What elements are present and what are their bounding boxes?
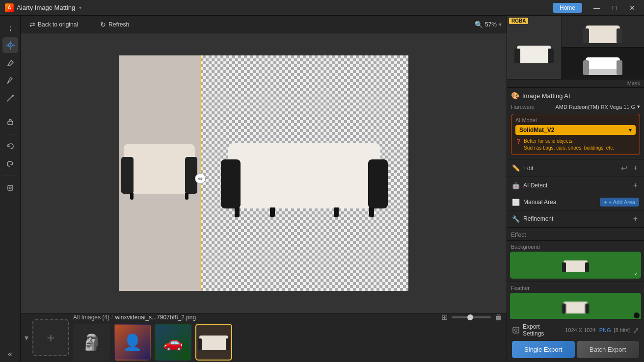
- ai-model-label: AI Model: [515, 117, 636, 123]
- ai-section-title-row: 🎨 Image Matting AI: [511, 92, 640, 100]
- divider-arrows-icon: ⇔: [198, 175, 203, 182]
- ai-detect-add-button[interactable]: +: [632, 181, 639, 190]
- add-image-button[interactable]: +: [32, 319, 69, 356]
- ai-section-icon: 🎨: [511, 92, 519, 100]
- tool-pen[interactable]: [2, 73, 18, 88]
- canvas-divider[interactable]: ⇔: [200, 55, 201, 291]
- thumb-3-icon: 🚗: [163, 333, 183, 352]
- app-menu-chevron[interactable]: ▾: [79, 5, 81, 10]
- export-settings-info: 1024 X 1024 PNG [8 bits]: [565, 327, 630, 333]
- tool-eraser[interactable]: [2, 55, 18, 71]
- preview-right-column: [562, 16, 644, 79]
- tool-move[interactable]: ⁏: [2, 20, 18, 35]
- main-layout: ⁏: [0, 16, 644, 362]
- thumbnail-item-4[interactable]: [195, 324, 232, 361]
- zoom-slider[interactable]: [452, 316, 491, 318]
- canvas-inner: ⇔: [119, 55, 408, 291]
- preview-mask-thumb: [562, 48, 644, 79]
- svg-rect-8: [8, 185, 13, 190]
- thumbnail-item-1[interactable]: 🗿: [73, 324, 110, 361]
- refinement-actions: +: [632, 214, 639, 224]
- background-effect-panel: Background ✓: [507, 241, 644, 282]
- manual-area-label: Manual Area: [523, 199, 600, 206]
- filmstrip-view-button[interactable]: ⊞: [441, 312, 448, 322]
- maximize-button[interactable]: □: [608, 1, 621, 15]
- export-settings-label: Export Settings: [523, 323, 562, 337]
- tool-bucket[interactable]: [2, 114, 18, 130]
- back-icon: ⇄: [29, 21, 35, 28]
- thumbnail-item-2[interactable]: 👤: [114, 324, 151, 361]
- filmstrip-filename: winxvideoai_s...7907bf8_2.png: [115, 314, 196, 321]
- zoom-chevron-icon[interactable]: ▾: [499, 21, 502, 28]
- ai-detect-label: AI Detect: [523, 182, 632, 189]
- tool-brush[interactable]: [2, 90, 18, 106]
- tool-select[interactable]: [2, 37, 18, 53]
- effects-panel: 🎨 Image Matting AI Hardware AMD Radeon(T…: [507, 88, 644, 319]
- ai-detect-section-row[interactable]: 🤖 AI Detect +: [507, 177, 644, 194]
- edit-add-button[interactable]: +: [632, 163, 639, 173]
- feather-thumb[interactable]: [510, 293, 641, 319]
- tool-divider-1: [3, 110, 17, 110]
- tool-collapse[interactable]: «: [2, 346, 18, 362]
- ai-model-dropdown[interactable]: SolidMat_V2 ▾: [515, 125, 636, 135]
- edit-section-row[interactable]: ✏️ Edit ↩ +: [507, 159, 644, 177]
- divider-handle[interactable]: ⇔: [195, 173, 206, 184]
- ai-hint-text: Better for solid objects. Such as bags, …: [524, 138, 614, 152]
- export-buttons: Single Export Batch Export: [512, 341, 639, 358]
- export-collapse-icon[interactable]: ⤢: [633, 326, 639, 335]
- edit-undo-button[interactable]: ↩: [619, 163, 629, 173]
- ai-section: 🎨 Image Matting AI Hardware AMD Radeon(T…: [507, 88, 644, 159]
- refresh-button[interactable]: ↻ Refresh: [96, 19, 133, 30]
- rgba-badge: RGBA: [509, 18, 528, 24]
- canvas-container: ⇔: [21, 33, 507, 313]
- effect-section-header: Effect: [507, 228, 644, 241]
- tool-undo[interactable]: [2, 138, 18, 154]
- hardware-label: Hardware: [511, 104, 535, 110]
- thumbnail-list: 🗿 👤 🚗: [73, 324, 503, 362]
- single-export-button[interactable]: Single Export: [512, 341, 575, 358]
- manual-area-section-row[interactable]: ⬜ Manual Area + + Add Area: [507, 194, 644, 210]
- feather-thumb-row: [510, 293, 641, 319]
- ai-model-hint: ❓ Better for solid objects. Such as bags…: [515, 138, 636, 152]
- matted-sofa-wrap: [200, 55, 408, 291]
- zoom-level: 57%: [485, 21, 497, 28]
- export-format: PNG: [599, 327, 611, 333]
- close-button[interactable]: ✕: [625, 1, 639, 15]
- window-controls: — □ ✕: [590, 1, 639, 15]
- edit-label: Edit: [523, 165, 619, 172]
- svg-point-1: [9, 45, 11, 46]
- add-area-button[interactable]: + + Add Area: [600, 198, 639, 207]
- refinement-add-button[interactable]: +: [632, 214, 639, 224]
- home-button[interactable]: Home: [553, 3, 582, 13]
- refinement-section-row[interactable]: 🔧 Refinement +: [507, 210, 644, 228]
- back-to-original-label: Back to original: [38, 21, 78, 28]
- refinement-label: Refinement: [523, 215, 632, 222]
- original-sofa-wrap: [119, 55, 200, 291]
- filmstrip: ▾ + All Images (4) / winxvideoai_s...790…: [21, 313, 507, 362]
- svg-point-11: [515, 329, 517, 332]
- ai-section-title: Image Matting AI: [522, 92, 570, 100]
- ai-hint-line1: Better for solid objects.: [524, 138, 614, 145]
- back-to-original-button[interactable]: ⇄ Back to original: [26, 19, 82, 30]
- ai-detect-icon: 🤖: [512, 182, 520, 189]
- top-toolbar: ⇄ Back to original ↻ Refresh 🔍 57% ▾: [21, 16, 507, 33]
- hardware-value-dropdown[interactable]: AMD Radeon(TM) RX Vega 11 G ▾: [555, 103, 640, 110]
- refresh-label: Refresh: [108, 21, 129, 28]
- export-icon-wrap: [512, 326, 520, 334]
- thumbnail-item-3[interactable]: 🚗: [155, 324, 191, 361]
- minimize-button[interactable]: —: [590, 1, 604, 15]
- refinement-icon: 🔧: [512, 215, 520, 223]
- background-effect-label: Background: [510, 244, 641, 250]
- canvas-area: ⇔: [21, 33, 507, 313]
- ai-model-name: SolidMat_V2: [519, 127, 554, 133]
- filmstrip-toggle[interactable]: ▾: [25, 333, 28, 342]
- tool-redo[interactable]: [2, 156, 18, 172]
- rgba-preview-thumb: [507, 16, 561, 79]
- tool-reset[interactable]: [2, 180, 18, 196]
- filmstrip-delete-button[interactable]: 🗑: [495, 313, 503, 322]
- filmstrip-separator: /: [111, 314, 113, 321]
- batch-export-button[interactable]: Batch Export: [577, 341, 640, 358]
- background-thumb[interactable]: ✓: [510, 252, 641, 279]
- feather-dot-icon: [634, 312, 640, 318]
- filmstrip-controls: ⊞ 🗑: [441, 312, 503, 322]
